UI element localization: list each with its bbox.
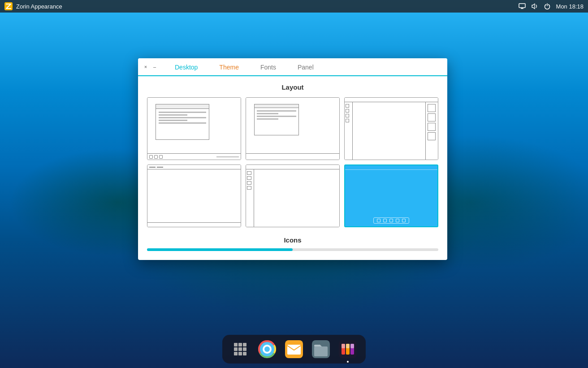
datetime-label: Mon 18:18 <box>556 3 584 10</box>
svg-rect-1 <box>519 4 525 8</box>
svg-rect-13 <box>342 344 345 348</box>
window-controls: × – <box>142 63 159 71</box>
layout-option-6[interactable] <box>344 165 438 227</box>
dock-item-chromium[interactable] <box>256 338 278 360</box>
dock-item-app-grid[interactable] <box>229 338 251 360</box>
files-icon <box>312 340 330 358</box>
tab-panel[interactable]: Panel <box>287 59 324 76</box>
chromium-icon <box>258 340 276 358</box>
dock-item-email[interactable] <box>283 338 305 360</box>
tab-fonts[interactable]: Fonts <box>250 59 287 76</box>
power-icon[interactable] <box>544 3 551 10</box>
icons-section-title: Icons <box>147 236 438 244</box>
window-content: Layout <box>138 76 447 260</box>
layout-option-2[interactable] <box>246 97 340 160</box>
top-bar-right: Mon 18:18 <box>519 3 584 10</box>
dock-item-files[interactable] <box>310 338 332 360</box>
layout-option-5[interactable] <box>246 165 340 227</box>
svg-rect-14 <box>346 344 350 348</box>
close-button[interactable]: × <box>142 63 150 71</box>
dock-item-zorin-appearance[interactable] <box>337 338 359 360</box>
svg-rect-15 <box>350 344 354 348</box>
layout-grid <box>147 97 438 227</box>
zorin-logo <box>4 2 13 10</box>
window-titlebar: × – Desktop Theme Fonts Panel <box>138 58 447 76</box>
zorin-appearance-icon <box>339 340 357 358</box>
app-name-label: Zorin Appearance <box>16 3 62 10</box>
svg-rect-8 <box>314 346 328 356</box>
tab-desktop[interactable]: Desktop <box>164 59 208 76</box>
tab-theme[interactable]: Theme <box>208 59 250 76</box>
minimize-button[interactable]: – <box>151 63 159 71</box>
top-taskbar: Zorin Appearance Mon 18:18 <box>0 0 588 13</box>
window-tabs: Desktop Theme Fonts Panel <box>164 58 444 75</box>
app-window: × – Desktop Theme Fonts Panel Layout <box>138 58 447 260</box>
volume-icon[interactable] <box>531 3 538 10</box>
layout-option-4[interactable] <box>147 165 241 227</box>
monitor-icon[interactable] <box>519 3 526 10</box>
layout-section-title: Layout <box>147 83 438 91</box>
email-icon <box>285 340 303 358</box>
icons-slider-track <box>147 248 293 251</box>
bottom-dock <box>222 335 366 364</box>
app-grid-icon <box>234 343 246 355</box>
layout-option-3[interactable] <box>344 97 438 160</box>
top-bar-left: Zorin Appearance <box>4 2 62 10</box>
svg-point-4 <box>264 346 270 352</box>
layout-option-1[interactable] <box>147 97 241 160</box>
icons-size-slider[interactable] <box>147 248 438 251</box>
